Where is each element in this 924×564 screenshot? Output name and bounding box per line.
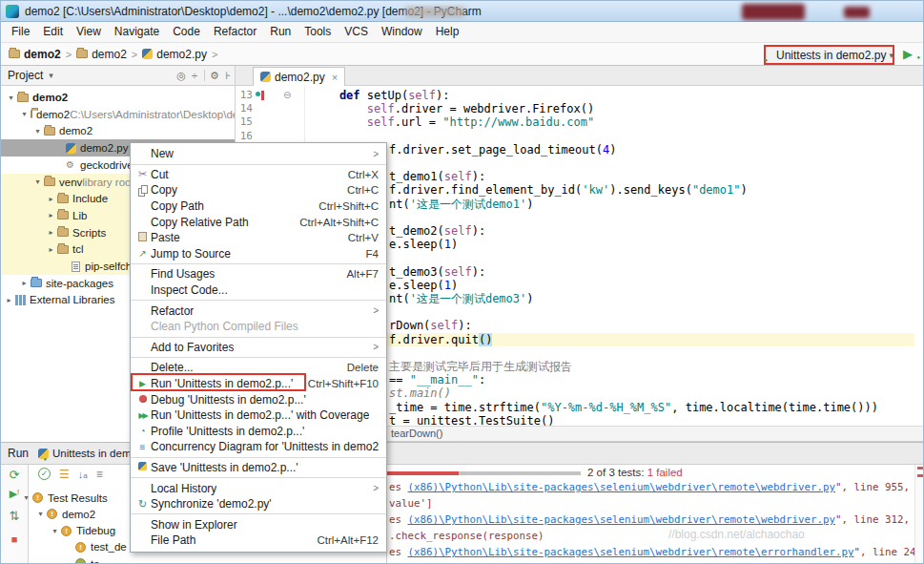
- locate-icon[interactable]: ◎: [175, 70, 188, 82]
- menu-item-run-unittests-in-demo2-p-with-coverage[interactable]: ▶▶Run 'Unittests in demo2.p...' with Cov…: [131, 407, 386, 424]
- sort-alphabetically-icon[interactable]: ↓a: [78, 469, 88, 480]
- test-tree-item-te[interactable]: te: [1, 555, 386, 564]
- annotation-red-box-run-item: [131, 373, 306, 391]
- breadcrumb-separator-icon: >: [207, 49, 222, 60]
- gear-icon[interactable]: ⚙: [208, 70, 221, 82]
- menu-item-shortcut: Ctrl+Shift+C: [307, 200, 379, 212]
- test-console[interactable]: 2 of 3 tests: 1 failed //blog.csdn.net/a…: [387, 465, 914, 564]
- menu-item-refactor[interactable]: Refactor>: [131, 303, 386, 319]
- tree-item-label: tcl: [72, 243, 84, 255]
- stack-trace-link[interactable]: (x86)\Python\Lib\site-packages\selenium\…: [408, 481, 836, 493]
- run-tab-label: Run: [8, 447, 29, 460]
- menu-item-local-history[interactable]: Local History>: [131, 480, 386, 496]
- menu-item-synchronize-demo2-py[interactable]: ↻Synchronize 'demo2.py': [131, 496, 386, 512]
- menubar-item-code[interactable]: Code: [166, 22, 207, 42]
- tree-item-demo2[interactable]: ▾demo2: [1, 122, 236, 139]
- menu-item-shortcut: Ctrl+Shift+F10: [297, 378, 379, 389]
- menubar-item-run[interactable]: Run: [263, 22, 298, 42]
- chevron-icon[interactable]: ▾: [20, 493, 32, 502]
- run-button[interactable]: ▶: [903, 48, 916, 61]
- jump-icon: ↗: [134, 248, 151, 259]
- tree-item-demo2[interactable]: ▾demo2 C:\Users\Administrator\Desktop\de…: [1, 106, 236, 123]
- menu-item-inspect-code[interactable]: Inspect Code...: [131, 282, 386, 299]
- menu-item-show-in-explorer[interactable]: Show in Explorer: [131, 516, 386, 533]
- python-file-icon: [260, 72, 271, 82]
- error-mark: [917, 467, 924, 470]
- chevron-icon[interactable]: ▾: [18, 110, 31, 118]
- chevron-icon[interactable]: ▾: [31, 178, 44, 186]
- menu-item-copy-path[interactable]: Copy PathCtrl+Shift+C: [131, 198, 386, 215]
- chevron-icon[interactable]: ▸: [45, 211, 57, 219]
- rerun-icon[interactable]: ⟳: [7, 468, 22, 482]
- menu-item-label: Copy: [151, 183, 177, 197]
- chevron-icon[interactable]: ▾: [5, 94, 17, 102]
- menubar-item-refactor[interactable]: Refactor: [207, 22, 263, 42]
- stack-trace-link[interactable]: (x86)\Python\Lib\site-packages\selenium\…: [408, 513, 836, 526]
- chevron-down-icon: ▾: [49, 71, 53, 80]
- tree-item-demo2[interactable]: ▾demo2: [1, 89, 236, 106]
- project-panel-header[interactable]: Project ▾ ◎ ÷ ⚙ ⊦: [1, 66, 236, 86]
- chevron-icon[interactable]: ▾: [34, 510, 47, 518]
- chevron-icon[interactable]: ▾: [31, 127, 44, 136]
- menu-item-find-usages[interactable]: Find UsagesAlt+F7: [131, 266, 386, 282]
- menu-item-file-path[interactable]: File PathCtrl+Alt+F12: [131, 533, 386, 549]
- menu-item-copy-relative-path[interactable]: Copy Relative PathCtrl+Alt+Shift+C: [131, 214, 386, 230]
- menubar-item-vcs[interactable]: VCS: [338, 22, 375, 42]
- expand-all-icon[interactable]: ≡: [96, 468, 103, 481]
- menu-item-copy[interactable]: CopyCtrl+C: [131, 182, 386, 198]
- menubar-item-file[interactable]: File: [5, 22, 36, 42]
- console-line: es (x86)\Python\Lib\site-packages\seleni…: [389, 546, 914, 559]
- test-gutter-marker-icon[interactable]: [256, 91, 264, 100]
- breadcrumb-label: demo2: [92, 48, 127, 61]
- collapse-all-icon[interactable]: ÷: [188, 70, 201, 81]
- menu-item-concurrency-diagram-for-unittests-in-demo2-p[interactable]: ≡Concurrency Diagram for 'Unittests in d…: [131, 439, 386, 455]
- menu-item-save-unittests-in-demo2-p[interactable]: Save 'Unittests in demo2.p...': [131, 460, 386, 476]
- tree-item-label: geckodriver: [80, 159, 136, 171]
- menu-item-new[interactable]: New>: [131, 146, 386, 162]
- menubar-item-view[interactable]: View: [70, 22, 108, 42]
- menu-separator: [131, 513, 386, 514]
- breadcrumb-label: demo2.py: [156, 48, 207, 61]
- test-warning-icon: !: [61, 526, 72, 536]
- chevron-down-icon: ▾: [889, 51, 893, 60]
- code-line: nt('这是一个测试demo1'): [389, 198, 534, 211]
- fold-icon[interactable]: ⊖: [283, 89, 291, 102]
- menu-separator: [131, 164, 386, 165]
- menu-item-cut[interactable]: ✂CutCtrl+X: [131, 167, 386, 183]
- csdn-watermark: //blog.csdn.net/alchaochao: [668, 528, 805, 541]
- menubar-item-tools[interactable]: Tools: [298, 22, 338, 42]
- chevron-icon[interactable]: ▾: [49, 527, 61, 535]
- menu-item-add-to-favorites[interactable]: Add to Favorites>: [131, 340, 386, 356]
- breadcrumb-item-demo2.py[interactable]: demo2.py: [142, 48, 207, 61]
- hide-panel-icon[interactable]: ⊦: [221, 70, 235, 82]
- menubar-item-help[interactable]: Help: [429, 22, 466, 42]
- chevron-icon[interactable]: ▸: [45, 245, 57, 254]
- chevron-icon[interactable]: ▸: [3, 296, 15, 304]
- menubar-item-navigate[interactable]: Navigate: [108, 22, 166, 42]
- menubar-item-edit[interactable]: Edit: [36, 22, 70, 42]
- tab-demo2py[interactable]: demo2.py ×: [253, 67, 345, 86]
- breadcrumb-item-demo2[interactable]: demo2: [9, 48, 61, 61]
- chevron-icon[interactable]: ▸: [18, 279, 31, 287]
- breadcrumb-item-demo2[interactable]: demo2: [76, 48, 127, 61]
- show-ignored-icon[interactable]: ☰: [59, 468, 70, 481]
- tests-failed-text: 1 failed: [647, 467, 683, 478]
- chevron-icon[interactable]: ▸: [45, 195, 57, 203]
- menu-item-paste[interactable]: PasteCtrl+V: [131, 230, 386, 246]
- menu-item-debug-unittests-in-demo2-p[interactable]: Debug 'Unittests in demo2.p...': [131, 391, 386, 407]
- run-config-selector[interactable]: Unittests in demo2.py ▾: [764, 45, 894, 65]
- menu-separator: [131, 263, 386, 264]
- menubar-item-window[interactable]: Window: [375, 22, 429, 42]
- folder-icon: [57, 228, 69, 237]
- show-passed-icon[interactable]: ✓: [38, 468, 51, 480]
- executable-icon: ⚙: [66, 159, 77, 170]
- breadcrumb: demo2>demo2>demo2.py>: [9, 48, 222, 61]
- copy-icon: [134, 185, 151, 196]
- progress-bar-remaining-segment: [459, 471, 581, 475]
- chevron-icon[interactable]: ▸: [45, 228, 57, 237]
- stack-trace-link[interactable]: (x86)\Python\Lib\site-packages\selenium\…: [408, 546, 854, 558]
- menu-item-jump-to-source[interactable]: ↗Jump to SourceF4: [131, 246, 386, 262]
- censored-watermark-blob: [742, 4, 805, 20]
- menu-item-profile-unittests-in-demo2-p[interactable]: ◔Profile 'Unittests in demo2.p...': [131, 424, 386, 440]
- close-icon[interactable]: ×: [332, 72, 338, 83]
